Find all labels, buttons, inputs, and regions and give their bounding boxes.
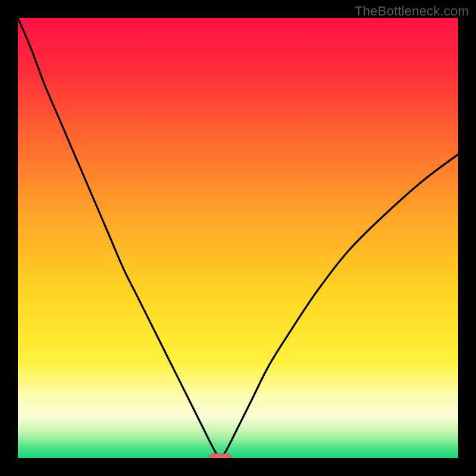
outer-frame: TheBottleneck.com <box>0 0 476 476</box>
watermark-text: TheBottleneck.com <box>355 4 469 19</box>
plot-area <box>18 18 458 458</box>
optimal-marker <box>209 453 231 458</box>
gradient-background <box>18 18 458 458</box>
chart-svg <box>18 18 458 458</box>
